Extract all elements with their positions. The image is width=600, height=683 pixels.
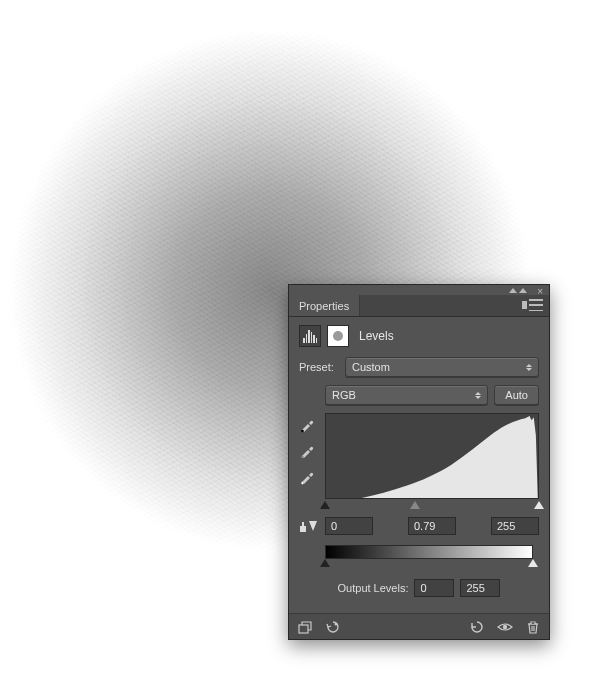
output-black-field[interactable]: 0: [414, 579, 454, 597]
svg-point-5: [503, 624, 507, 628]
panel-tabs: Properties: [289, 295, 549, 317]
input-gamma-field[interactable]: 0.79: [408, 517, 456, 535]
clip-to-layer-icon[interactable]: [297, 619, 313, 635]
panel-collapse-strip[interactable]: ×: [289, 285, 549, 295]
channel-select[interactable]: RGB: [325, 385, 488, 405]
visibility-icon[interactable]: [497, 619, 513, 635]
preset-value: Custom: [352, 361, 390, 373]
levels-icon[interactable]: [299, 325, 321, 347]
svg-point-4: [335, 622, 338, 625]
input-white-field[interactable]: 255: [491, 517, 539, 535]
output-label: Output Levels:: [338, 582, 409, 594]
svg-point-0: [301, 430, 304, 433]
mask-icon[interactable]: [327, 325, 349, 347]
preset-select[interactable]: Custom: [345, 357, 539, 377]
chevron-updown-icon: [475, 392, 481, 399]
reset-icon[interactable]: [469, 619, 485, 635]
eyedropper-white-icon[interactable]: [299, 469, 315, 485]
output-sliders[interactable]: [325, 559, 533, 569]
auto-label: Auto: [505, 389, 528, 401]
contrast-icon[interactable]: [299, 518, 319, 534]
preset-label: Preset:: [299, 361, 339, 373]
trash-icon[interactable]: [525, 619, 541, 635]
tab-properties[interactable]: Properties: [289, 295, 360, 316]
output-white-field[interactable]: 255: [460, 579, 500, 597]
eyedropper-gray-icon[interactable]: [299, 443, 315, 459]
svg-point-1: [301, 456, 304, 459]
tab-label: Properties: [299, 300, 349, 312]
chevron-updown-icon: [526, 364, 532, 371]
svg-point-2: [301, 482, 304, 485]
channel-value: RGB: [332, 389, 356, 401]
view-previous-icon[interactable]: [325, 619, 341, 635]
panel-footer: [289, 613, 549, 639]
auto-button[interactable]: Auto: [494, 385, 539, 405]
output-ramp: [325, 545, 533, 559]
input-sliders[interactable]: [325, 501, 539, 511]
properties-panel: × Properties Levels Preset: Custom: [288, 284, 550, 640]
eyedropper-black-icon[interactable]: [299, 417, 315, 433]
histogram: [325, 413, 539, 499]
input-black-field[interactable]: 0: [325, 517, 373, 535]
adjustment-type-label: Levels: [359, 329, 394, 343]
svg-rect-3: [299, 625, 308, 633]
panel-menu-icon[interactable]: [529, 299, 543, 311]
